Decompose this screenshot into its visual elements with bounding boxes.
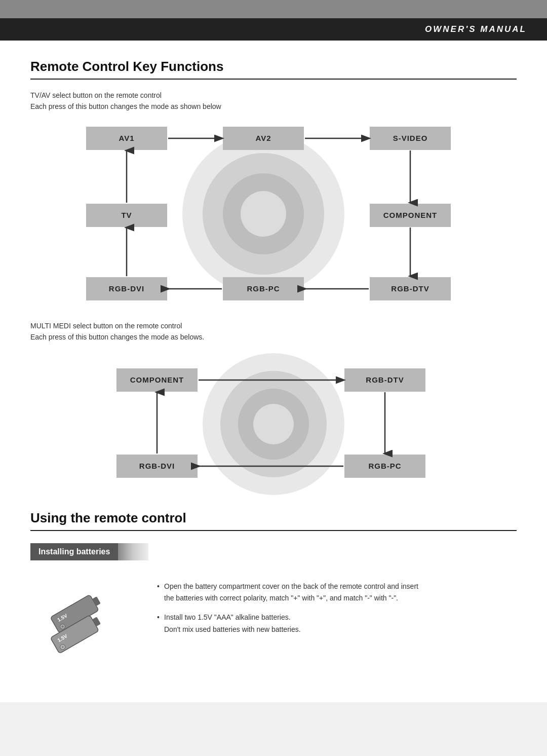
circle2-center [253,404,294,444]
batteries-section: 1.5V 1.5V Open the battery c [30,581,517,682]
installing-header-wrapper: Installing batteries [30,543,517,571]
box-component2: COMPONENT [116,368,198,392]
bullet2: Install two 1.5V "AAA" alkaline batterie… [157,612,420,636]
section1-title: Remote Control Key Functions [30,59,517,80]
box-rgb-pc: RGB-PC [223,277,304,300]
battery-svg: 1.5V 1.5V [46,591,127,667]
desc2-line1: MULTI MEDI select button on the remote c… [30,320,517,331]
header-bar: OWNER'S MANUAL [0,18,547,41]
bullet1: Open the battery compartment cover on th… [157,581,420,605]
desc1-line2: Each press of this button changes the mo… [30,101,517,112]
box-svideo: S-VIDEO [370,127,451,150]
circle-center [241,191,286,237]
box-av1: AV1 [86,127,167,150]
box-rgb-dvi2: RGB-DVI [116,455,198,478]
box-rgb-dtv: RGB-DTV [370,277,451,300]
box-component: COMPONENT [370,204,451,227]
battery-illustration: 1.5V 1.5V [46,591,127,667]
box-rgb-dvi: RGB-DVI [86,277,167,300]
top-bar [0,0,547,18]
section2-title: Using the remote control [30,510,517,531]
box-tv: TV [86,204,167,227]
box-rgb-pc2: RGB-PC [344,455,425,478]
diagram1: AV1 AV2 S-VIDEO TV COMPONENT RGB-DVI RGB… [56,123,491,305]
desc2-line2: Each press of this button changes the mo… [30,331,517,343]
diagram2: COMPONENT RGB-DTV RGB-DVI RGB-PC [96,353,451,495]
battery-text: Open the battery compartment cover on th… [157,581,420,636]
desc1: TV/AV select button on the remote contro… [30,90,517,112]
desc1-line1: TV/AV select button on the remote contro… [30,90,517,101]
installing-header: Installing batteries [30,543,118,560]
desc2: MULTI MEDI select button on the remote c… [30,320,517,343]
box-av2: AV2 [223,127,304,150]
header-title: OWNER'S MANUAL [425,24,527,34]
box-rgb-dtv2: RGB-DTV [344,368,425,392]
content: Remote Control Key Functions TV/AV selec… [0,41,547,702]
